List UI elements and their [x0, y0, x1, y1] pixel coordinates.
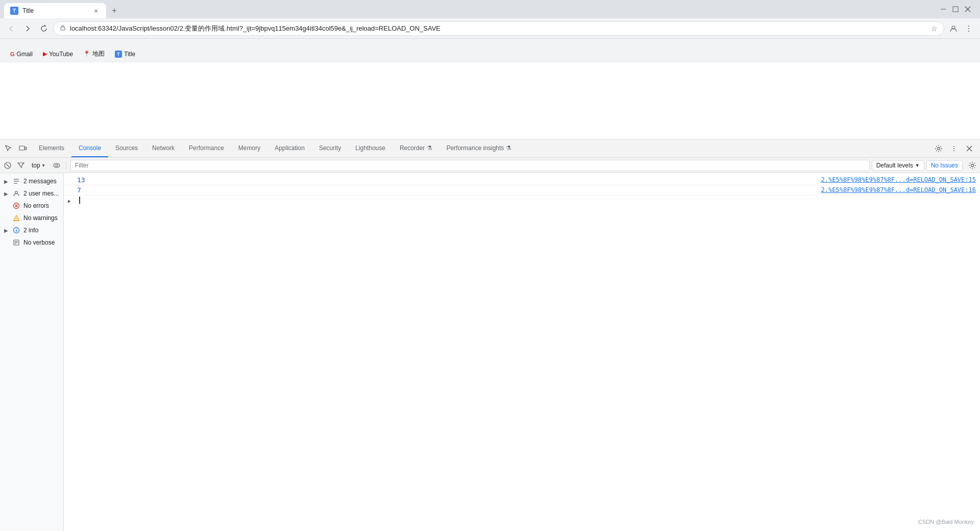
bookmark-gmail[interactable]: G Gmail — [6, 50, 37, 59]
close-button[interactable] — [964, 5, 972, 13]
inspect-element-button[interactable] — [2, 142, 15, 155]
page-content — [0, 62, 980, 139]
svg-point-12 — [953, 146, 954, 147]
svg-point-30 — [16, 220, 16, 220]
tab-memory[interactable]: Memory — [231, 139, 267, 157]
expand-btn-input: ▶ — [68, 198, 75, 204]
tab-performance-insights[interactable]: Performance insights ⚗ — [439, 139, 519, 157]
sidebar-item-user-messages[interactable]: ▶ 2 user mes... — [0, 187, 63, 200]
console-source-1[interactable]: 2.%E5%8F%98%E9%87%8F...d=RELOAD_ON_SAVE:… — [821, 176, 976, 183]
bookmark-title-label: Title — [124, 51, 135, 58]
console-output: ▶ 13 2.%E5%8F%98%E9%87%8F...d=RELOAD_ON_… — [64, 173, 980, 531]
device-toolbar-button[interactable] — [16, 142, 30, 155]
svg-point-14 — [953, 150, 954, 151]
expand-arrow-info: ▶ — [4, 228, 9, 233]
tab-title: Title — [22, 7, 88, 14]
console-settings-button[interactable] — [967, 160, 978, 171]
bookmark-gmail-label: Gmail — [17, 51, 33, 58]
error-icon — [12, 202, 20, 210]
console-line-2: ▶ 7 2.%E5%8F%98%E9%87%8F...d=RELOAD_ON_S… — [64, 185, 980, 196]
sidebar-item-messages[interactable]: ▶ 2 messages — [0, 175, 63, 187]
sidebar-info-label: 2 info — [23, 227, 38, 234]
tab-close-button[interactable]: ✕ — [92, 7, 100, 15]
console-cursor[interactable] — [79, 197, 80, 204]
gmail-icon: G — [10, 51, 15, 57]
back-button[interactable] — [4, 21, 18, 36]
sidebar-item-errors[interactable]: ▶ No errors — [0, 200, 63, 212]
context-dropdown-arrow: ▼ — [41, 163, 46, 168]
filter-button[interactable] — [15, 160, 27, 171]
tab-performance[interactable]: Performance — [182, 139, 231, 157]
svg-line-18 — [6, 164, 9, 167]
minimize-button[interactable] — [939, 5, 947, 13]
svg-point-20 — [56, 164, 58, 166]
tab-lighthouse[interactable]: Lighthouse — [348, 139, 393, 157]
console-input-line: ▶ — [64, 196, 980, 205]
tab-security[interactable]: Security — [312, 139, 348, 157]
console-value-1: 13 — [77, 176, 813, 184]
devtools-settings-button[interactable] — [932, 142, 945, 155]
devtools-close-button[interactable] — [963, 142, 976, 155]
live-expressions-button[interactable] — [51, 160, 62, 171]
no-issues-label: No Issues — [931, 162, 958, 169]
sidebar-item-verbose[interactable]: ▶ No verbose — [0, 236, 63, 249]
expand-arrow-user: ▶ — [4, 191, 9, 197]
watermark: CSDN @Bald Monkey — [918, 519, 974, 525]
menu-button[interactable] — [962, 21, 976, 36]
active-tab[interactable]: T Title ✕ — [4, 3, 106, 18]
title-bar: T Title ✕ + — [0, 0, 980, 18]
devtools-more-button[interactable] — [947, 142, 961, 155]
default-levels-dropdown[interactable]: Default levels ▼ — [872, 160, 924, 171]
svg-point-7 — [968, 28, 969, 29]
navigation-bar: localhost:63342/JavaScript/lesson02/2.变量… — [0, 18, 980, 39]
devtools-tab-actions — [928, 142, 980, 155]
address-bar[interactable]: localhost:63342/JavaScript/lesson02/2.变量… — [53, 21, 944, 36]
default-levels-arrow: ▼ — [915, 163, 920, 168]
context-selector[interactable]: top ▼ — [29, 161, 49, 170]
forward-button[interactable] — [20, 21, 35, 36]
tab-sources[interactable]: Sources — [108, 139, 145, 157]
toolbar-separator: | — [65, 161, 67, 170]
tab-recorder[interactable]: Recorder ⚗ — [393, 139, 439, 157]
bookmark-youtube[interactable]: ▶ YouTube — [39, 50, 77, 59]
svg-rect-1 — [953, 7, 958, 12]
svg-point-21 — [971, 164, 974, 166]
svg-point-19 — [54, 163, 60, 167]
tab-network[interactable]: Network — [145, 139, 182, 157]
lock-icon — [60, 25, 66, 32]
maximize-button[interactable] — [951, 5, 960, 13]
tab-console[interactable]: Console — [71, 139, 108, 157]
svg-point-33 — [16, 229, 16, 229]
bookmark-maps-label: 地图 — [92, 50, 105, 58]
filter-input[interactable] — [70, 160, 870, 171]
maps-icon: 📍 — [83, 51, 90, 57]
messages-list-icon — [12, 177, 20, 185]
devtools-icon-buttons — [0, 142, 32, 155]
no-issues-badge[interactable]: No Issues — [926, 160, 963, 171]
console-sidebar: ▶ 2 messages ▶ 2 user mes... ▶ — [0, 173, 64, 531]
console-toolbar: top ▼ | Default levels ▼ No Issues — [0, 158, 980, 173]
svg-point-13 — [953, 148, 954, 149]
console-source-2[interactable]: 2.%E5%8F%98%E9%87%8F...d=RELOAD_ON_SAVE:… — [821, 186, 976, 194]
svg-rect-10 — [25, 147, 27, 150]
sidebar-item-info[interactable]: ▶ 2 info — [0, 224, 63, 236]
sidebar-errors-label: No errors — [23, 202, 49, 209]
devtools-toolbar: Elements Console Sources Network Perform… — [0, 139, 980, 158]
svg-rect-4 — [61, 27, 65, 30]
clear-console-button[interactable] — [2, 160, 13, 171]
default-levels-label: Default levels — [876, 162, 913, 169]
tab-strip: T Title ✕ + — [4, 0, 933, 18]
expand-arrow-messages: ▶ — [4, 179, 9, 184]
tab-elements[interactable]: Elements — [32, 139, 71, 157]
sidebar-item-warnings[interactable]: ▶ No warnings — [0, 212, 63, 224]
console-line-1: ▶ 13 2.%E5%8F%98%E9%87%8F...d=RELOAD_ON_… — [64, 175, 980, 185]
reload-button[interactable] — [37, 21, 51, 36]
svg-point-11 — [938, 147, 940, 150]
bookmark-title[interactable]: T Title — [111, 50, 139, 59]
new-tab-button[interactable]: + — [108, 5, 120, 17]
tab-application[interactable]: Application — [267, 139, 312, 157]
profile-button[interactable] — [946, 21, 961, 36]
svg-rect-9 — [19, 146, 24, 150]
bookmark-maps[interactable]: 📍 地图 — [79, 49, 109, 59]
star-icon[interactable]: ☆ — [931, 25, 938, 33]
